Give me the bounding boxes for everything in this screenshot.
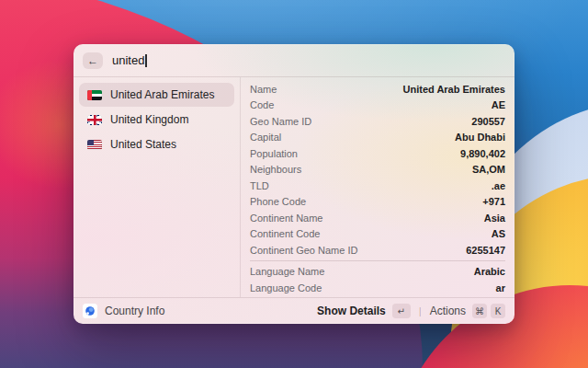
list-item-label: United Kingdom (110, 113, 188, 126)
flag-ae-icon (87, 90, 102, 100)
actions-button[interactable]: Actions (430, 305, 466, 317)
detail-value: AS (492, 228, 505, 239)
detail-separator (250, 260, 505, 261)
detail-value: SA,OM (472, 164, 505, 175)
detail-value: .ae (492, 180, 505, 191)
detail-value: Arabic (474, 266, 505, 277)
footer-divider: | (419, 305, 422, 316)
country-info-app-icon (83, 304, 97, 318)
search-input[interactable]: united (112, 53, 147, 67)
detail-row: Population9,890,402 (250, 145, 505, 162)
detail-panel: NameUnited Arab EmiratesCodeAEGeo Name I… (241, 77, 514, 297)
list-item-gb[interactable]: United Kingdom (79, 108, 234, 132)
detail-value: 6255147 (466, 245, 505, 256)
detail-label: Continent Code (250, 228, 320, 239)
search-bar: ← united (74, 44, 514, 77)
detail-value: 290557 (471, 116, 505, 127)
list-item-us[interactable]: United States (79, 132, 234, 156)
detail-label: Phone Code (250, 196, 306, 207)
detail-value: United Arab Emirates (403, 84, 505, 95)
detail-row: Continent NameAsia (250, 210, 505, 226)
detail-label: Name (250, 84, 277, 95)
launcher-window: ← united United Arab EmiratesUnited King… (74, 44, 514, 324)
app-name: Country Info (105, 305, 164, 317)
show-details-button[interactable]: Show Details (317, 305, 386, 317)
command-key-icon: ⌘ (472, 304, 487, 318)
detail-row: NameUnited Arab Emirates (250, 81, 505, 98)
detail-row: TLD.ae (250, 178, 505, 194)
text-caret (145, 54, 147, 67)
detail-label: TLD (250, 180, 269, 191)
detail-row: Geo Name ID290557 (250, 113, 505, 130)
list-item-label: United States (110, 138, 176, 151)
action-bar: Country Info Show Details ↵ | Actions ⌘K (74, 297, 514, 324)
detail-label: Continent Geo Name ID (250, 245, 357, 256)
country-list: United Arab EmiratesUnited KingdomUnited… (74, 77, 241, 297)
detail-row: Continent CodeAS (250, 226, 505, 243)
detail-row: Language Codear (250, 280, 505, 296)
screen: ← united United Arab EmiratesUnited King… (0, 0, 588, 368)
return-key-icon: ↵ (392, 304, 411, 318)
detail-row: CodeAE (250, 98, 505, 114)
back-arrow-icon: ← (87, 54, 98, 67)
detail-row: Language NameArabic (250, 264, 505, 281)
detail-label: Capital (250, 132, 281, 143)
detail-value: 9,890,402 (460, 148, 505, 159)
list-item-ae[interactable]: United Arab Emirates (79, 83, 234, 107)
detail-label: Geo Name ID (250, 116, 311, 127)
search-value: united (112, 53, 144, 67)
detail-label: Code (250, 99, 274, 110)
detail-row: NeighboursSA,OM (250, 162, 505, 178)
detail-label: Neighbours (250, 164, 301, 175)
content-area: United Arab EmiratesUnited KingdomUnited… (74, 77, 514, 297)
actions-shortcut: ⌘K (472, 304, 505, 318)
detail-value: AE (492, 99, 505, 110)
detail-row: Phone Code+971 (250, 194, 505, 211)
detail-value: ar (496, 282, 505, 293)
detail-label: Language Name (250, 266, 324, 277)
k-key: K (491, 304, 505, 318)
detail-row: CapitalAbu Dhabi (250, 130, 505, 146)
flag-gb-icon (87, 115, 102, 125)
list-item-label: United Arab Emirates (110, 88, 214, 101)
detail-label: Continent Name (250, 213, 323, 224)
flag-us-icon (87, 140, 102, 150)
detail-label: Language Code (250, 282, 322, 293)
detail-label: Population (250, 148, 298, 159)
app-chip: Country Info (83, 304, 164, 318)
detail-row: Continent Geo Name ID6255147 (250, 242, 505, 259)
back-button[interactable]: ← (83, 52, 103, 69)
footer-actions: Show Details ↵ | Actions ⌘K (317, 304, 505, 318)
detail-value: Abu Dhabi (455, 132, 505, 143)
detail-value: +971 (482, 196, 505, 207)
detail-value: Asia (484, 213, 505, 224)
